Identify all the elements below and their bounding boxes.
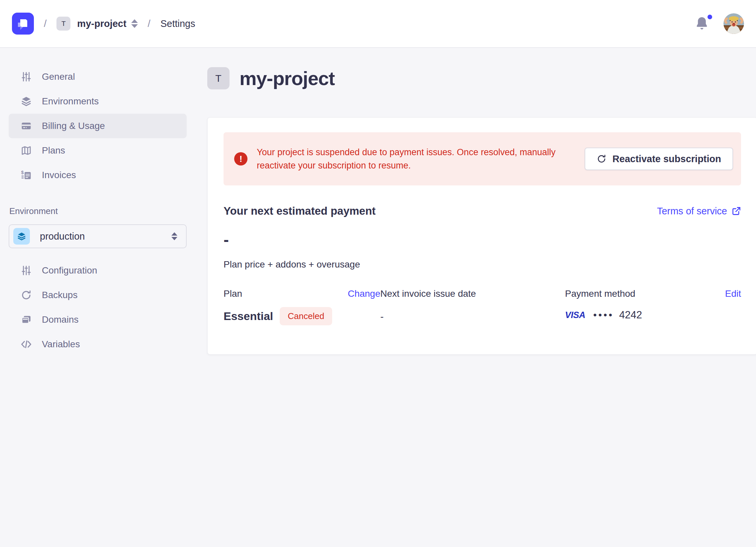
next-invoice-column: Next invoice issue date - [380,289,565,325]
topbar: / T my-project / Settings [0,0,756,48]
suspension-alert: ! Your project is suspended due to payme… [224,132,741,185]
sidebar-item-label: Configuration [42,265,97,276]
sidebar-item-label: Domains [42,315,78,325]
sidebar-item-plans[interactable]: Plans [9,138,187,163]
main-content: T my-project ! Your project is suspended… [197,48,756,547]
sidebar-item-label: Environments [42,96,99,107]
payment-method-column: Payment method Edit VISA •••• 4242 [565,289,741,325]
sidebar-item-label: Variables [42,339,80,350]
external-link-icon [732,206,741,216]
notifications-button[interactable] [695,16,710,31]
code-icon [21,339,32,350]
sidebar-item-label: Backups [42,290,77,301]
bell-icon [695,16,709,31]
breadcrumb-project-name[interactable]: my-project [77,18,126,29]
project-switcher-chevrons-icon[interactable] [131,19,138,28]
terms-of-service-link[interactable]: Terms of service [657,206,741,217]
strapi-logo-icon [12,13,34,35]
sidebar-item-label: Billing & Usage [42,121,105,131]
refresh-icon [21,290,32,301]
refresh-icon [597,154,607,164]
alert-message: Your project is suspended due to payment… [257,145,571,172]
sidebar-item-label: General [42,71,75,82]
environment-select-chevrons-icon [171,232,177,240]
sidebar-item-configuration[interactable]: Configuration [9,258,187,283]
environment-select[interactable]: production [9,224,187,248]
environment-select-value: production [40,231,167,242]
plan-name: Essential [224,310,273,323]
breadcrumb-settings[interactable]: Settings [160,18,195,29]
settings-sidebar: General Environments [0,48,197,547]
sidebar-item-general[interactable]: General [9,64,187,89]
payment-heading-row: Your next estimated payment Terms of ser… [224,205,741,217]
breadcrumb-separator: / [44,18,47,29]
sidebar-item-label: Plans [42,145,65,156]
terms-of-service-label: Terms of service [657,206,727,217]
billing-details-row: Plan Change Essential Canceled Next invo… [224,289,741,325]
sidebar-item-billing-usage[interactable]: Billing & Usage [9,114,187,138]
invoice-icon: $ [21,169,32,181]
alert-exclamation-icon: ! [234,152,247,165]
page: / T my-project / Settings [0,0,756,547]
avatar-image [723,13,744,34]
sliders-icon [21,71,32,82]
strapi-logo[interactable] [12,13,34,35]
map-icon [21,145,32,156]
sliders-icon [21,265,32,276]
billing-card: ! Your project is suspended due to payme… [207,117,756,355]
sidebar-item-backups[interactable]: Backups [9,283,187,308]
canceled-badge: Canceled [280,307,332,325]
change-plan-link[interactable]: Change [348,289,380,299]
breadcrumb-project-badge: T [56,17,70,31]
payment-heading: Your next estimated payment [224,205,376,217]
reactivate-subscription-label: Reactivate subscription [613,153,721,164]
card-masked-dots: •••• [593,310,614,321]
next-invoice-value: - [380,311,565,322]
sidebar-item-variables[interactable]: Variables [9,332,187,357]
sidebar-item-invoices[interactable]: $ Invoices [9,163,187,187]
sidebar-item-domains[interactable]: Domains [9,308,187,332]
estimated-payment-amount: - [224,232,741,248]
plan-label: Plan [224,289,242,299]
user-avatar[interactable] [723,13,744,34]
environment-layers-icon [13,228,30,244]
notification-dot [708,15,712,19]
payment-method-label: Payment method [565,289,635,299]
folders-icon [21,314,32,325]
sidebar-item-label: Invoices [42,170,76,180]
project-title-badge: T [207,67,230,89]
svg-text:$: $ [21,170,24,175]
page-title: my-project [239,67,335,89]
breadcrumb-separator: / [148,18,150,29]
layers-icon [21,96,32,107]
payment-formula: Plan price + addons + overusage [224,259,741,270]
sidebar-item-environments[interactable]: Environments [9,89,187,114]
next-invoice-label: Next invoice issue date [380,289,476,299]
project-title-row: T my-project [207,67,756,89]
plan-column: Plan Change Essential Canceled [224,289,380,325]
credit-card-icon [21,120,32,132]
card-last4: 4242 [619,309,642,321]
reactivate-subscription-button[interactable]: Reactivate subscription [585,147,733,170]
environment-section-label: Environment [9,206,187,216]
edit-payment-method-link[interactable]: Edit [725,289,741,299]
visa-logo: VISA [565,310,585,320]
